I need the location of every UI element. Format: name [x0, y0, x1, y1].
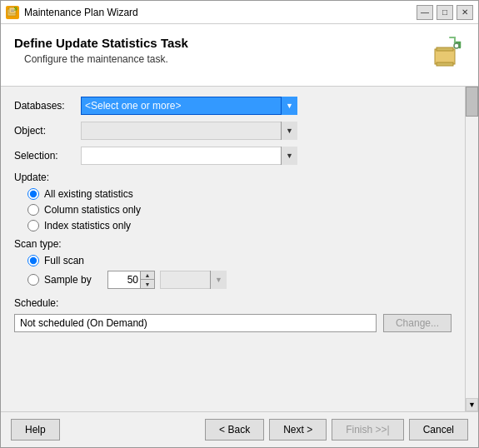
footer-right: < Back Next > Finish >>| Cancel: [205, 419, 468, 441]
update-column-label: Column statistics only: [44, 204, 141, 216]
main-window: Maintenance Plan Wizard — □ ✕ Define Upd…: [0, 0, 479, 448]
update-index-radio[interactable]: [27, 220, 39, 231]
app-icon: [6, 6, 19, 19]
object-select-wrapper: ▼: [81, 122, 297, 140]
schedule-section: Schedule: Change...: [14, 297, 452, 332]
selection-control: ▼: [81, 147, 297, 165]
help-button[interactable]: Help: [11, 419, 60, 441]
close-button[interactable]: ✕: [457, 5, 473, 20]
minimize-button[interactable]: —: [417, 5, 433, 20]
scrollbar-down-button[interactable]: ▼: [466, 398, 478, 411]
selection-display[interactable]: [81, 147, 297, 165]
window-controls: — □ ✕: [417, 5, 473, 20]
maximize-button[interactable]: □: [437, 5, 453, 20]
databases-control: <Select one or more> ▼: [81, 97, 297, 115]
schedule-input[interactable]: [14, 314, 377, 332]
update-column-radio[interactable]: [27, 204, 39, 216]
sample-value-input[interactable]: [107, 271, 141, 289]
selection-select-wrapper: ▼: [81, 147, 297, 165]
schedule-row: Change...: [14, 314, 452, 332]
update-all-radio[interactable]: [27, 188, 39, 200]
scan-full-row: Full scan: [27, 255, 452, 266]
update-column-row: Column statistics only: [27, 204, 452, 216]
window-title: Maintenance Plan Wizard: [24, 7, 417, 18]
page-header: Define Update Statistics Task Configure …: [1, 24, 478, 87]
selection-label: Selection:: [14, 150, 81, 162]
page-title: Define Update Statistics Task: [14, 36, 188, 50]
scan-full-label: Full scan: [44, 255, 102, 266]
back-button[interactable]: < Back: [205, 419, 264, 441]
scan-sample-radio[interactable]: [27, 274, 39, 286]
databases-select-wrapper: <Select one or more> ▼: [81, 97, 297, 115]
update-all-row: All existing statistics: [27, 188, 452, 200]
page-subtitle: Configure the maintenance task.: [24, 53, 188, 65]
update-radio-group: All existing statistics Column statistic…: [27, 188, 452, 231]
update-index-label: Index statistics only: [44, 220, 131, 231]
sample-spinbox: ▲ ▼: [107, 271, 155, 289]
selection-row: Selection: ▼: [14, 147, 452, 165]
footer: Help < Back Next > Finish >>| Cancel: [1, 411, 478, 447]
sample-unit-dropdown: ▼: [160, 271, 227, 289]
scan-full-radio[interactable]: [27, 255, 39, 266]
spinbox-up-arrow[interactable]: ▲: [141, 271, 154, 280]
object-control: ▼: [81, 122, 297, 140]
header-text: Define Update Statistics Task Configure …: [14, 36, 188, 65]
spinbox-arrows: ▲ ▼: [141, 271, 155, 289]
databases-display[interactable]: <Select one or more>: [81, 97, 297, 115]
scan-sample-label: Sample by: [44, 274, 102, 286]
update-index-row: Index statistics only: [27, 220, 452, 231]
databases-label: Databases:: [14, 100, 81, 112]
object-display: [81, 122, 297, 140]
titlebar: Maintenance Plan Wizard — □ ✕: [1, 1, 478, 24]
svg-rect-7: [437, 62, 453, 66]
update-group-label: Update:: [14, 172, 452, 183]
update-all-label: All existing statistics: [44, 188, 133, 200]
next-button[interactable]: Next >: [269, 419, 327, 441]
scan-group-label: Scan type:: [14, 238, 452, 250]
scrollbar-track[interactable]: ▼: [465, 87, 478, 411]
sample-unit-select-wrapper: ▼: [160, 271, 227, 289]
sample-unit-display: [160, 271, 227, 289]
footer-left: Help: [11, 419, 60, 441]
svg-point-8: [454, 43, 459, 48]
scan-sample-row: Sample by ▲ ▼ ▼: [27, 271, 452, 289]
spinbox-down-arrow[interactable]: ▼: [141, 280, 154, 288]
object-label: Object:: [14, 125, 81, 137]
scrollbar-thumb[interactable]: [466, 87, 478, 117]
svg-rect-6: [437, 47, 453, 51]
object-row: Object: ▼: [14, 122, 452, 140]
header-icon: [425, 36, 465, 76]
schedule-label: Schedule:: [14, 297, 452, 309]
change-button[interactable]: Change...: [383, 314, 452, 332]
cancel-button[interactable]: Cancel: [409, 419, 468, 441]
databases-row: Databases: <Select one or more> ▼: [14, 97, 452, 115]
finish-button[interactable]: Finish >>|: [332, 419, 403, 441]
content-area: Databases: <Select one or more> ▼ Object…: [1, 87, 465, 411]
svg-rect-5: [435, 49, 455, 64]
